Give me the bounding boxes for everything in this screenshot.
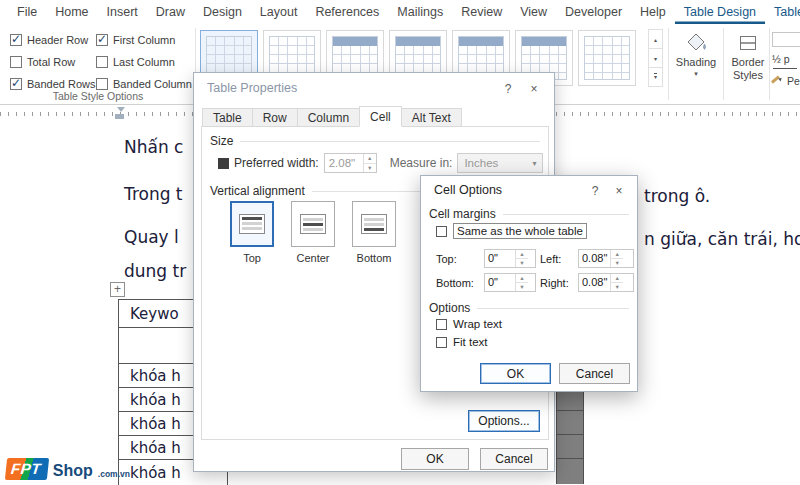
gallery-more-icon[interactable]: ▾	[648, 67, 663, 87]
pen-color-button[interactable]: Pe	[772, 75, 800, 87]
same-as-table-checkbox[interactable]: Same as the whole table	[436, 223, 587, 239]
table-grid-icon	[584, 36, 630, 80]
right-margin-spinner[interactable]: 0.08" ▲▼	[578, 273, 634, 292]
menu-tab-developer[interactable]: Developer	[556, 0, 631, 24]
spinner-buttons: ▲▼	[610, 250, 623, 267]
table-style-thumbnail[interactable]	[578, 30, 636, 86]
spinner-buttons: ▲▼	[515, 274, 528, 291]
ok-button[interactable]: OK	[480, 363, 551, 384]
gallery-scroll-up-icon[interactable]: ▴	[648, 29, 663, 49]
document-text-fragment: n giữa, căn trái, ho	[644, 229, 800, 249]
spinner-buttons: ▲▼	[515, 250, 528, 267]
tab-alt-text[interactable]: Alt Text	[401, 108, 462, 127]
line-style-dropdown[interactable]	[772, 32, 800, 47]
watermark-name: Shop	[53, 462, 93, 480]
preferred-width-label: Preferred width:	[234, 156, 319, 170]
cancel-button[interactable]: Cancel	[559, 363, 630, 384]
horizontal-ruler[interactable]	[556, 106, 800, 122]
menu-tab-table-design[interactable]: Table Design	[675, 0, 765, 24]
dialog-title: Table Properties	[207, 81, 297, 95]
left-margin-spinner[interactable]: 0.08" ▲▼	[578, 249, 634, 268]
table-move-handle-icon[interactable]	[110, 282, 125, 297]
vertical-align-bottom-option[interactable]: Bottom	[350, 201, 398, 264]
align-option-label: Top	[243, 252, 261, 264]
menu-tab-file[interactable]: File	[8, 0, 46, 24]
document-text-fragment: Trong t	[124, 184, 183, 204]
pen-weight-dropdown[interactable]: ½ p	[772, 53, 800, 65]
ok-button[interactable]: OK	[401, 448, 469, 470]
tab-table[interactable]: Table	[202, 108, 253, 127]
menu-tab-help[interactable]: Help	[631, 0, 675, 24]
vertical-align-center-option[interactable]: Center	[289, 201, 337, 264]
last-column-checkbox[interactable]: Last Column	[96, 56, 194, 68]
border-styles-label-1: Border	[727, 56, 769, 69]
align-top-icon	[239, 214, 265, 234]
spinner-down-icon[interactable]: ▼	[516, 283, 528, 291]
table-style-options-group: Header Row First Column Total Row Last C…	[10, 29, 194, 95]
spinner-up-icon[interactable]: ▲	[516, 250, 528, 259]
top-margin-spinner[interactable]: 0" ▲▼	[484, 249, 536, 268]
tab-row[interactable]: Row	[252, 108, 298, 127]
close-icon[interactable]: ×	[524, 80, 544, 98]
help-icon[interactable]: ?	[498, 80, 518, 98]
menu-tab-draw[interactable]: Draw	[147, 0, 194, 24]
preferred-width-checkbox[interactable]	[218, 158, 229, 169]
group-divider	[477, 308, 629, 309]
vertical-alignment-options: Top Center Bottom	[228, 201, 398, 264]
spinner-down-icon[interactable]: ▼	[611, 259, 623, 267]
preferred-width-spinner[interactable]: 2.08" ▲ ▼	[324, 153, 377, 173]
checkbox-label: Fit text	[453, 336, 488, 348]
menu-tab-home[interactable]: Home	[46, 0, 97, 24]
border-styles-icon	[740, 36, 756, 50]
fpt-logo: FPT	[5, 458, 49, 480]
vertical-align-top-option[interactable]: Top	[228, 201, 276, 264]
fit-text-checkbox[interactable]: Fit text	[436, 336, 488, 348]
pen-color-label: Pe	[787, 75, 800, 87]
ribbon-separator	[723, 28, 724, 100]
tab-cell[interactable]: Cell	[359, 106, 402, 127]
banded-rows-checkbox[interactable]: Banded Rows	[10, 78, 96, 90]
gallery-scroll-down-icon[interactable]: ▾	[648, 48, 663, 68]
spinner-up-icon[interactable]: ▲	[611, 250, 623, 259]
spinner-down-icon[interactable]: ▼	[516, 259, 528, 267]
indent-marker-icon[interactable]	[117, 107, 125, 112]
options-button[interactable]: Options...	[468, 410, 540, 432]
menu-tab-view[interactable]: View	[511, 0, 556, 24]
options-group-label: Options	[429, 301, 470, 315]
align-option-label: Bottom	[357, 252, 392, 264]
ribbon-separator	[668, 28, 669, 100]
spinner-buttons: ▲ ▼	[363, 154, 376, 172]
help-icon[interactable]: ?	[585, 182, 605, 200]
close-icon[interactable]: ×	[609, 182, 629, 200]
checkbox-icon	[436, 337, 447, 348]
menu-tab-insert[interactable]: Insert	[98, 0, 147, 24]
menu-tab-mailings[interactable]: Mailings	[388, 0, 452, 24]
banded-column-checkbox[interactable]: Banded Column	[96, 78, 194, 90]
spinner-down-icon[interactable]: ▼	[364, 164, 376, 173]
wrap-text-checkbox[interactable]: Wrap text	[436, 318, 502, 330]
header-row-checkbox[interactable]: Header Row	[10, 34, 96, 46]
measure-in-dropdown[interactable]: Inches ▾	[457, 153, 543, 173]
indent-marker-icon[interactable]	[115, 114, 124, 119]
menu-tab-table-layout[interactable]: Table Layout	[765, 0, 800, 24]
menu-tab-design[interactable]: Design	[194, 0, 251, 24]
menu-tab-layout[interactable]: Layout	[251, 0, 307, 24]
spinner-up-icon[interactable]: ▲	[516, 274, 528, 283]
margin-label: Left:	[540, 253, 574, 265]
menu-tab-references[interactable]: References	[306, 0, 388, 24]
tab-column[interactable]: Column	[297, 108, 360, 127]
total-row-checkbox[interactable]: Total Row	[10, 56, 96, 68]
menu-tab-review[interactable]: Review	[452, 0, 511, 24]
spinner-down-icon[interactable]: ▼	[611, 283, 623, 291]
bottom-margin-spinner[interactable]: 0" ▲▼	[484, 273, 536, 292]
spinner-up-icon[interactable]: ▲	[364, 154, 376, 164]
spinner-up-icon[interactable]: ▲	[611, 274, 623, 283]
horizontal-ruler[interactable]	[0, 106, 193, 122]
group-label: Table Style Options	[2, 90, 194, 102]
shading-button[interactable]: Shading ▾	[672, 30, 720, 78]
cell-margins-label: Cell margins	[429, 207, 496, 221]
first-column-checkbox[interactable]: First Column	[96, 34, 194, 46]
border-styles-button[interactable]: Border Styles	[727, 30, 769, 82]
cancel-button[interactable]: Cancel	[480, 448, 548, 470]
checkbox-icon	[436, 226, 447, 237]
